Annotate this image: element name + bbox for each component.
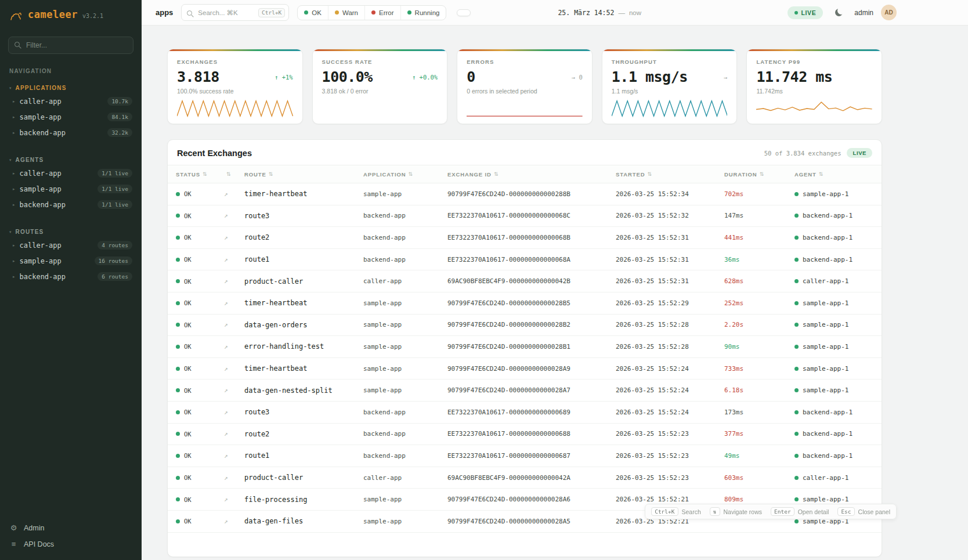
- status-label: OK: [184, 387, 192, 394]
- sidebar-item-badge: 1/1 live: [97, 200, 132, 209]
- dark-mode-toggle[interactable]: [830, 5, 847, 21]
- status-label: OK: [184, 321, 192, 328]
- open-detail-icon[interactable]: ↗: [224, 452, 228, 460]
- table-row[interactable]: OK ↗ route2 backend-app EE7322370A10617-…: [168, 424, 882, 446]
- open-detail-icon[interactable]: ↗: [224, 190, 228, 198]
- time-now-label: now: [629, 9, 641, 16]
- status-filter-chip[interactable]: Warn: [328, 6, 364, 20]
- open-detail-icon[interactable]: ↗: [224, 518, 228, 525]
- open-detail-icon[interactable]: ↗: [224, 234, 228, 241]
- hint-key: Ctrl+K: [651, 507, 678, 516]
- open-detail-icon[interactable]: ↗: [224, 365, 228, 373]
- sidebar-item[interactable]: ▸ caller-app 10.7k: [0, 93, 142, 109]
- sidebar-item[interactable]: ▸ sample-app 84.1k: [0, 109, 142, 125]
- status-filter-chip[interactable]: Error: [364, 6, 400, 20]
- sidebar-item[interactable]: ▸ sample-app 1/1 live: [0, 181, 142, 197]
- sidebar-item[interactable]: ▸ caller-app 4 routes: [0, 237, 142, 253]
- column-header[interactable]: ⇅: [224, 171, 244, 177]
- status-label: OK: [184, 365, 192, 372]
- column-header[interactable]: EXCHANGE ID ⇅: [447, 171, 616, 178]
- status-cell: OK: [176, 343, 224, 350]
- table-row[interactable]: OK ↗ timer-heartbeat sample-app 90799F47…: [168, 358, 882, 380]
- table-row[interactable]: OK ↗ data-gen-nested-split sample-app 90…: [168, 380, 882, 402]
- open-detail-icon[interactable]: ↗: [224, 386, 228, 394]
- sidebar-item[interactable]: ▸ caller-app 1/1 live: [0, 165, 142, 181]
- sidebar-item-label: sample-app: [20, 185, 93, 193]
- chevron-down-icon: ▾: [9, 230, 12, 234]
- time-range-button[interactable]: [517, 9, 531, 16]
- time-range-button[interactable]: [502, 9, 516, 16]
- table-row[interactable]: OK ↗ route3 backend-app EE7322370A10617-…: [168, 205, 882, 227]
- open-detail-icon[interactable]: ↗: [224, 409, 228, 416]
- agent-cell: backend-app-1: [794, 409, 873, 416]
- sidebar-section-header[interactable]: ▾ APPLICATIONS: [0, 82, 142, 93]
- sidebar-item-admin[interactable]: ⚙ Admin: [9, 523, 132, 532]
- table-row[interactable]: OK ↗ product-caller caller-app 69AC90BF8…: [168, 467, 882, 489]
- sidebar-item[interactable]: ▸ sample-app 16 routes: [0, 253, 142, 269]
- topbar: apps Ctrl+K OK Warn Error Running 25. Mä…: [142, 0, 968, 26]
- table-row[interactable]: OK ↗ product-caller caller-app 69AC90BF8…: [168, 270, 882, 292]
- column-header[interactable]: APPLICATION ⇅: [363, 171, 447, 178]
- chevron-right-icon: ▸: [13, 115, 15, 120]
- time-range-button[interactable]: [472, 9, 486, 16]
- sidebar-item[interactable]: ▸ backend-app 32.2k: [0, 125, 142, 140]
- sidebar-section-header[interactable]: ▾ AGENTS: [0, 154, 142, 165]
- table-row[interactable]: OK ↗ route2 backend-app EE7322370A10617-…: [168, 227, 882, 249]
- open-detail-icon[interactable]: ↗: [224, 474, 228, 482]
- column-header[interactable]: AGENT ⇅: [794, 171, 873, 178]
- open-detail-icon[interactable]: ↗: [224, 321, 228, 328]
- status-dot-icon: [176, 519, 180, 523]
- time-range-button[interactable]: [487, 9, 501, 16]
- sidebar-section-header[interactable]: ▾ ROUTES: [0, 226, 142, 237]
- open-cell: ↗: [224, 277, 244, 285]
- avatar[interactable]: AD: [881, 5, 897, 20]
- route-cell: route3: [244, 408, 363, 416]
- column-header[interactable]: DURATION ⇅: [724, 171, 794, 178]
- main-area: apps Ctrl+K OK Warn Error Running 25. Mä…: [142, 0, 968, 560]
- sidebar-item[interactable]: ▸ backend-app 1/1 live: [0, 197, 142, 212]
- open-cell: ↗: [224, 234, 244, 241]
- table-row[interactable]: OK ↗ error-handling-test sample-app 9079…: [168, 336, 882, 358]
- status-dot-icon: [176, 279, 180, 283]
- time-range-group: [457, 9, 546, 16]
- live-toggle[interactable]: LIVE: [788, 6, 823, 19]
- column-label: AGENT: [794, 171, 817, 178]
- sidebar-item-badge: 32.2k: [107, 128, 132, 137]
- table-row[interactable]: OK ↗ route3 backend-app EE7322370A10617-…: [168, 402, 882, 424]
- open-detail-icon[interactable]: ↗: [224, 343, 228, 351]
- open-cell: ↗: [224, 474, 244, 482]
- open-detail-icon[interactable]: ↗: [224, 299, 228, 307]
- sidebar-item[interactable]: ▸ backend-app 6 routes: [0, 269, 142, 284]
- sidebar-item-badge: 1/1 live: [97, 185, 132, 193]
- column-header[interactable]: ROUTE ⇅: [244, 171, 363, 178]
- application-cell: sample-app: [363, 299, 447, 307]
- status-dot-icon: [407, 10, 411, 15]
- sidebar-item-api-docs[interactable]: ≡ API Docs: [9, 540, 132, 548]
- footer-label: Admin: [24, 524, 44, 532]
- agent-label: sample-app-1: [803, 299, 848, 307]
- status-filter-chip[interactable]: Running: [400, 6, 446, 20]
- search-input[interactable]: [198, 9, 254, 16]
- sidebar-section-label: AGENTS: [16, 157, 44, 163]
- column-header[interactable]: STATUS ⇅: [176, 171, 224, 178]
- open-detail-icon[interactable]: ↗: [224, 277, 228, 285]
- time-range-button[interactable]: [457, 9, 471, 16]
- table-row[interactable]: OK ↗ timer-heartbeat sample-app 90799F47…: [168, 292, 882, 315]
- sidebar-filter-input[interactable]: [8, 37, 133, 54]
- open-detail-icon[interactable]: ↗: [224, 430, 228, 438]
- status-filter-chip[interactable]: OK: [298, 6, 328, 20]
- keyboard-hint: ⇅ Navigate rows: [710, 507, 762, 516]
- column-label: STARTED: [616, 171, 645, 178]
- table-row[interactable]: OK ↗ route1 backend-app EE7322370A10617-…: [168, 249, 882, 271]
- table-row[interactable]: OK ↗ data-gen-orders sample-app 90799F47…: [168, 315, 882, 337]
- open-detail-icon[interactable]: ↗: [224, 212, 228, 219]
- open-cell: ↗: [224, 386, 244, 394]
- column-header[interactable]: STARTED ⇅: [616, 171, 724, 178]
- time-range-button[interactable]: [532, 9, 546, 16]
- table-row[interactable]: OK ↗ route1 backend-app EE7322370A10617-…: [168, 445, 882, 467]
- open-detail-icon[interactable]: ↗: [224, 256, 228, 263]
- app-logo[interactable]: cameleer v3.2.1: [0, 0, 142, 30]
- agent-dot-icon: [794, 345, 799, 349]
- table-row[interactable]: OK ↗ timer-heartbeat sample-app 90799F47…: [168, 183, 882, 205]
- open-detail-icon[interactable]: ↗: [224, 496, 228, 503]
